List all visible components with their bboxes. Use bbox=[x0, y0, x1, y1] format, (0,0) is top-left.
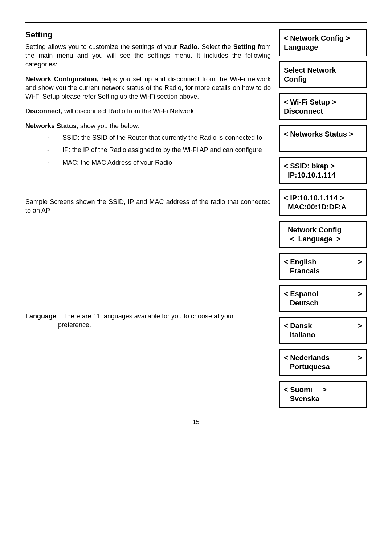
spacer bbox=[25, 221, 271, 312]
page: Setting Setting allows you to customize … bbox=[0, 0, 392, 440]
status-bullet-list: SSID: the SSID of the Router that curren… bbox=[25, 133, 271, 167]
lcd-network-config: < Network Config > Language bbox=[279, 29, 367, 56]
chevron-right-icon: > bbox=[358, 353, 362, 362]
lcd-line: Svenska bbox=[284, 394, 362, 403]
disconnect-label: Disconnect, bbox=[25, 107, 62, 115]
intro-paragraph: Setting allows you to customize the sett… bbox=[25, 42, 271, 69]
lcd-ssid: < SSID: bkap > IP:10.10.1.114 bbox=[279, 157, 367, 184]
lcd-line: Language bbox=[284, 43, 362, 52]
lcd-line: Config bbox=[284, 75, 362, 84]
lcd-row: < Espanol > bbox=[284, 289, 362, 298]
intro-d: Setting bbox=[233, 43, 256, 50]
lcd-line: < Suomi > bbox=[284, 385, 362, 394]
lcd-line: < English bbox=[284, 257, 316, 266]
bullet-ssid: SSID: the SSID of the Router that curren… bbox=[47, 133, 271, 142]
lcd-english: < English > Francais bbox=[279, 253, 367, 280]
intro-c: Select the bbox=[199, 43, 233, 50]
chevron-right-icon: > bbox=[358, 257, 362, 266]
lcd-line: < Wi-Fi Setup > bbox=[284, 98, 362, 107]
lcd-line: < SSID: bkap > bbox=[284, 162, 362, 171]
lcd-espanol: < Espanol > Deutsch bbox=[279, 285, 367, 312]
content-row: Setting Setting allows you to customize … bbox=[25, 29, 367, 408]
chevron-right-icon: > bbox=[358, 289, 362, 298]
lcd-dansk: < Dansk > Italiano bbox=[279, 317, 367, 344]
lcd-row: < English > bbox=[284, 257, 362, 266]
lcd-line bbox=[284, 139, 362, 148]
lcd-line: < Network Config > bbox=[284, 34, 362, 43]
lcd-line: Network Config bbox=[284, 225, 362, 235]
lcd-nederlands: < Nederlands > Portuquesa bbox=[279, 349, 367, 376]
lcd-line: Select Network bbox=[284, 66, 362, 75]
lcd-line: Italiano bbox=[284, 330, 362, 339]
section-title: Setting bbox=[25, 29, 271, 40]
lcd-line: MAC:00:1D:DF:A bbox=[284, 203, 362, 212]
bullet-mac: MAC: the MAC Address of your Radio bbox=[47, 158, 271, 167]
lcd-line: IP:10.10.1.114 bbox=[284, 171, 362, 180]
lcd-select-network: Select Network Config bbox=[279, 61, 367, 88]
lcd-networks-status: < Networks Status > bbox=[279, 125, 367, 152]
lcd-row: < Nederlands > bbox=[284, 353, 362, 362]
lcd-suomi: < Suomi > Svenska bbox=[279, 381, 367, 408]
lcd-line: < Espanol bbox=[284, 289, 318, 298]
intro-b: Radio. bbox=[179, 43, 199, 50]
lcd-line: < Nederlands bbox=[284, 353, 330, 362]
lcd-wifi-setup: < Wi-Fi Setup > Disconnect bbox=[279, 93, 367, 120]
lcd-line: < Dansk bbox=[284, 321, 312, 330]
lcd-line: Disconnect bbox=[284, 107, 362, 116]
netstatus-paragraph: Networks Status, show you the below: bbox=[25, 122, 271, 130]
lcd-line: < Language > bbox=[284, 235, 362, 244]
language-text-1: – There are 11 languages available for y… bbox=[56, 312, 234, 321]
language-label: Language bbox=[25, 312, 56, 321]
bullet-ip: IP: the IP of the Radio assigned to by t… bbox=[47, 146, 271, 154]
language-text-2: preference. bbox=[25, 321, 271, 329]
lcd-line: Deutsch bbox=[284, 298, 362, 307]
lcd-language-menu: Network Config < Language > bbox=[279, 221, 367, 248]
lcd-line: < IP:10.10.1.114 > bbox=[284, 194, 362, 203]
netstatus-text: show you the below: bbox=[78, 122, 139, 130]
screens-column: < Network Config > Language Select Netwo… bbox=[279, 29, 367, 408]
lcd-row: < Dansk > bbox=[284, 321, 362, 330]
disconnect-paragraph: Disconnect, will disconnect Radio from t… bbox=[25, 107, 271, 115]
horizontal-rule bbox=[25, 22, 367, 23]
lcd-line: Portuquesa bbox=[284, 362, 362, 371]
intro-a: Setting allows you to customize the sett… bbox=[25, 43, 179, 50]
lcd-line: < Networks Status > bbox=[284, 130, 362, 139]
lcd-line: Francais bbox=[284, 266, 362, 276]
netstatus-label: Networks Status, bbox=[25, 122, 78, 130]
sample-screens-paragraph: Sample Screens shown the SSID, IP and MA… bbox=[25, 197, 271, 215]
left-column: Setting Setting allows you to customize … bbox=[25, 29, 271, 329]
language-paragraph: Language – There are 11 languages availa… bbox=[25, 312, 271, 330]
page-number: 15 bbox=[25, 419, 367, 426]
disconnect-text: will disconnect Radio from the Wi-Fi Net… bbox=[62, 107, 196, 115]
chevron-right-icon: > bbox=[358, 321, 362, 330]
netconf-label: Network Configuration, bbox=[25, 76, 99, 83]
spacer bbox=[25, 176, 271, 197]
network-config-paragraph: Network Configuration, helps you set up … bbox=[25, 75, 271, 101]
lcd-ip-mac: < IP:10.10.1.114 > MAC:00:1D:DF:A bbox=[279, 189, 367, 216]
